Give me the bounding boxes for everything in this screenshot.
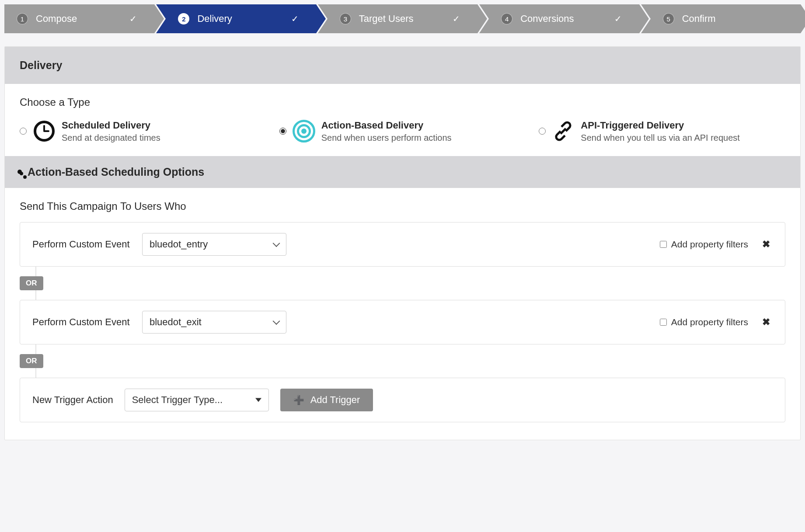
step-number: 5 — [663, 13, 674, 24]
panel-title: Delivery — [5, 47, 800, 84]
step-label: Confirm — [682, 13, 716, 24]
type-subtitle: Send when you tell us via an API request — [581, 132, 740, 144]
check-icon: ✓ — [129, 14, 137, 24]
scheduling-options-header: Action-Based Scheduling Options — [5, 156, 800, 188]
trigger-type-select[interactable]: Select Trigger Type... — [125, 389, 269, 411]
type-action-radio[interactable] — [279, 128, 286, 135]
step-confirm[interactable]: 5 Confirm — [641, 4, 801, 33]
step-number: 3 — [340, 13, 351, 24]
select-placeholder: Select Trigger Type... — [132, 394, 223, 406]
step-delivery[interactable]: 2 Delivery ✓ — [156, 4, 316, 33]
trigger-card: Perform Custom Event bluedot_entry Add p… — [20, 222, 785, 267]
send-campaign-heading: Send This Campaign To Users Who — [20, 200, 785, 212]
trigger-card: Perform Custom Event bluedot_exit Add pr… — [20, 300, 785, 344]
add-property-filters-checkbox[interactable] — [660, 241, 667, 248]
type-action-based[interactable]: Action-Based Delivery Send when users pe… — [279, 119, 526, 144]
type-api-triggered[interactable]: API-Triggered Delivery Send when you tel… — [539, 119, 785, 144]
check-icon: ✓ — [453, 14, 460, 24]
trigger-event-select[interactable]: bluedot_exit — [142, 311, 286, 334]
type-title: Scheduled Delivery — [62, 119, 160, 132]
step-label: Delivery — [197, 13, 232, 24]
add-property-filters[interactable]: Add property filters — [660, 239, 748, 250]
or-separator: OR — [20, 354, 43, 368]
type-subtitle: Send when users perform actions — [321, 132, 452, 144]
step-label: Target Users — [359, 13, 414, 24]
trigger-label: Perform Custom Event — [32, 239, 131, 250]
type-scheduled[interactable]: Scheduled Delivery Send at designated ti… — [20, 119, 266, 144]
type-api-radio[interactable] — [539, 128, 546, 135]
step-target-users[interactable]: 3 Target Users ✓ — [318, 4, 477, 33]
trigger-label: Perform Custom Event — [32, 316, 131, 328]
or-separator: OR — [20, 276, 43, 290]
add-trigger-button[interactable]: ➕ Add Trigger — [280, 389, 373, 411]
wizard-steps: 1 Compose ✓ 2 Delivery ✓ 3 Target Users … — [4, 4, 801, 33]
new-trigger-card: New Trigger Action Select Trigger Type..… — [20, 378, 785, 422]
remove-trigger-icon[interactable]: ✖ — [760, 236, 773, 253]
type-title: Action-Based Delivery — [321, 119, 452, 132]
delivery-panel: Delivery Choose a Type Scheduled Deliver… — [4, 46, 801, 440]
scheduling-options-title: Action-Based Scheduling Options — [28, 166, 204, 178]
type-title: API-Triggered Delivery — [581, 119, 740, 132]
type-scheduled-radio[interactable] — [20, 128, 27, 135]
select-value: bluedot_exit — [150, 316, 202, 328]
add-property-filters[interactable]: Add property filters — [660, 317, 748, 327]
choose-type-heading: Choose a Type — [20, 96, 785, 108]
clock-icon — [33, 120, 56, 143]
add-trigger-label: Add Trigger — [310, 394, 360, 406]
step-label: Compose — [36, 13, 77, 24]
add-property-filters-label: Add property filters — [671, 317, 748, 327]
step-number: 1 — [17, 13, 28, 24]
trigger-event-select[interactable]: bluedot_entry — [142, 233, 286, 256]
step-compose[interactable]: 1 Compose ✓ — [4, 4, 154, 33]
step-number: 4 — [501, 13, 512, 24]
remove-trigger-icon[interactable]: ✖ — [760, 314, 773, 330]
add-property-filters-label: Add property filters — [671, 239, 748, 250]
step-label: Conversions — [520, 13, 574, 24]
new-trigger-label: New Trigger Action — [32, 394, 113, 406]
step-number: 2 — [178, 13, 189, 24]
check-icon: ✓ — [291, 14, 299, 24]
chain-icon — [552, 120, 575, 143]
plus-icon: ➕ — [293, 395, 304, 405]
target-icon — [293, 120, 315, 143]
check-icon: ✓ — [614, 14, 622, 24]
add-property-filters-checkbox[interactable] — [660, 319, 667, 326]
type-subtitle: Send at designated times — [62, 132, 160, 144]
select-value: bluedot_entry — [150, 239, 208, 250]
step-conversions[interactable]: 4 Conversions ✓ — [479, 4, 639, 33]
